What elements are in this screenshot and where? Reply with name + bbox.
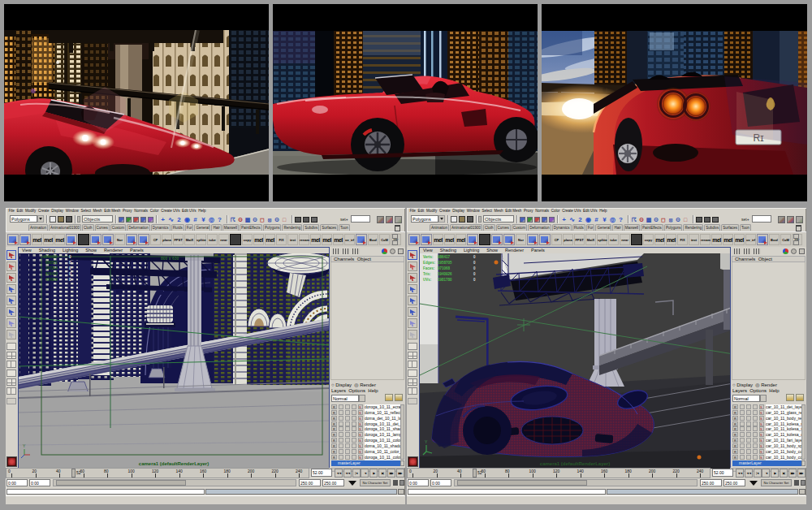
svg-text:680581: 680581 [45,261,58,265]
svg-text:1958705: 1958705 [438,261,452,265]
svg-text:800 x 630: 800 x 630 [161,256,179,261]
svg-text:986417: 986417 [438,255,451,259]
svg-text:971068: 971068 [438,266,451,270]
svg-text:434829: 434829 [45,278,58,282]
svg-text:Edges:: Edges: [423,261,436,265]
svg-text:1981780: 1981780 [438,278,452,282]
svg-text:1940926: 1940926 [438,272,452,276]
svg-text:Verts:: Verts: [423,255,434,259]
svg-text:747264: 747264 [45,266,58,270]
svg-text:Tris:: Tris: [423,272,431,276]
svg-text:Faces:: Faces: [423,266,435,270]
svg-text:1846422: 1846422 [43,255,58,259]
svg-text:UVs:: UVs: [423,278,432,282]
svg-text:826413: 826413 [45,272,58,276]
